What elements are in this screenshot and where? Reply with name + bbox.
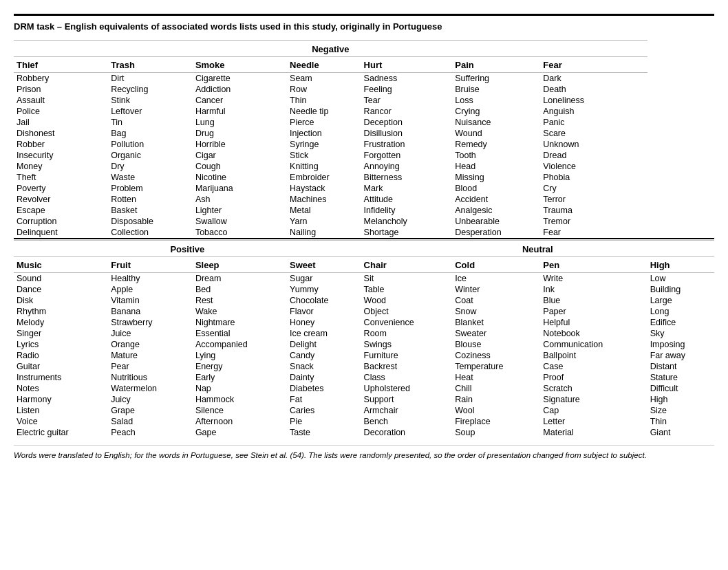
list-item: Accompanied bbox=[193, 339, 287, 350]
list-item: Addiction bbox=[193, 84, 287, 95]
list-item: Nailing bbox=[287, 227, 361, 239]
col-header-high: High bbox=[647, 256, 714, 272]
list-item: Remedy bbox=[452, 139, 540, 150]
list-item: Rotten bbox=[108, 194, 193, 205]
list-item: Room bbox=[361, 328, 453, 339]
list-item: Delight bbox=[287, 339, 361, 350]
list-item: Tear bbox=[361, 95, 453, 106]
list-item: Chocolate bbox=[287, 295, 361, 306]
list-item: Tobacco bbox=[193, 227, 287, 239]
list-item: Support bbox=[361, 394, 453, 405]
list-item: Candy bbox=[287, 350, 361, 361]
list-item: Infidelity bbox=[361, 205, 453, 216]
list-item: Sound bbox=[14, 272, 108, 284]
list-item: Unknown bbox=[540, 139, 647, 150]
list-item: Poverty bbox=[14, 183, 108, 194]
list-item: Blanket bbox=[452, 317, 540, 328]
list-item: Singer bbox=[14, 328, 108, 339]
list-item: Nicotine bbox=[193, 172, 287, 183]
col-header-pain: Pain bbox=[452, 57, 540, 73]
list-item: Fat bbox=[287, 394, 361, 405]
list-item: Prison bbox=[14, 84, 108, 95]
list-item: Giant bbox=[647, 427, 714, 438]
data-table: NegativeThiefTrashSmokeNeedleHurtPainFea… bbox=[14, 40, 714, 438]
list-item: Forgotten bbox=[361, 150, 453, 161]
col-header-pen: Pen bbox=[540, 256, 647, 272]
list-item: Terror bbox=[540, 194, 647, 205]
list-item: Leftover bbox=[108, 106, 193, 117]
list-item: Crying bbox=[452, 106, 540, 117]
list-item: Ice cream bbox=[287, 328, 361, 339]
list-item: Embroider bbox=[287, 172, 361, 183]
list-item: Unbearable bbox=[452, 216, 540, 227]
list-item: Disk bbox=[14, 295, 108, 306]
col-header-needle: Needle bbox=[287, 57, 361, 73]
list-item: Blood bbox=[452, 183, 540, 194]
list-item: Marijuana bbox=[193, 183, 287, 194]
list-item: Helpful bbox=[540, 317, 647, 328]
section-header-positive: Positive bbox=[14, 240, 361, 256]
list-item: Communication bbox=[540, 339, 647, 350]
list-item: Temperature bbox=[452, 361, 540, 372]
list-item: Panic bbox=[540, 117, 647, 128]
list-item: Voice bbox=[14, 416, 108, 427]
list-item: Escape bbox=[14, 205, 108, 216]
main-wrapper: DRM task – English equivalents of associ… bbox=[14, 14, 714, 461]
list-item: Rancor bbox=[361, 106, 453, 117]
list-item: Diabetes bbox=[287, 383, 361, 394]
list-item: Grape bbox=[108, 405, 193, 416]
list-item: Nutritious bbox=[108, 372, 193, 383]
list-item: Imposing bbox=[647, 339, 714, 350]
list-item: Pierce bbox=[287, 117, 361, 128]
list-item: Hammock bbox=[193, 394, 287, 405]
list-item: Strawberry bbox=[108, 317, 193, 328]
list-item: Stick bbox=[287, 150, 361, 161]
list-item: Building bbox=[647, 284, 714, 295]
list-item: Loneliness bbox=[540, 95, 647, 106]
list-item: Shortage bbox=[361, 227, 453, 239]
list-item: Peach bbox=[108, 427, 193, 438]
list-item: Ash bbox=[193, 194, 287, 205]
list-item: Apple bbox=[108, 284, 193, 295]
list-item: Stink bbox=[108, 95, 193, 106]
list-item: Annoying bbox=[361, 161, 453, 172]
list-item: Upholstered bbox=[361, 383, 453, 394]
list-item: Dainty bbox=[287, 372, 361, 383]
col-header-fruit: Fruit bbox=[108, 256, 193, 272]
list-item: Anguish bbox=[540, 106, 647, 117]
list-item: Problem bbox=[108, 183, 193, 194]
list-item: Watermelon bbox=[108, 383, 193, 394]
list-item: Lying bbox=[193, 350, 287, 361]
list-item: Horrible bbox=[193, 139, 287, 150]
list-item: Theft bbox=[14, 172, 108, 183]
list-item: Distant bbox=[647, 361, 714, 372]
list-item: Phobia bbox=[540, 172, 647, 183]
list-item: Needle tip bbox=[287, 106, 361, 117]
list-item: Stature bbox=[647, 372, 714, 383]
list-item: Instruments bbox=[14, 372, 108, 383]
list-item: Knitting bbox=[287, 161, 361, 172]
list-item: Letter bbox=[540, 416, 647, 427]
list-item: Fireplace bbox=[452, 416, 540, 427]
list-item: Disposable bbox=[108, 216, 193, 227]
list-item: Dishonest bbox=[14, 128, 108, 139]
list-item: Bruise bbox=[452, 84, 540, 95]
list-item: Scratch bbox=[540, 383, 647, 394]
col-header-fear: Fear bbox=[540, 57, 647, 73]
list-item: Money bbox=[14, 161, 108, 172]
list-item: Analgesic bbox=[452, 205, 540, 216]
list-item: Silence bbox=[193, 405, 287, 416]
list-item: Waste bbox=[108, 172, 193, 183]
col-header-smoke: Smoke bbox=[193, 57, 287, 73]
list-item: Edifice bbox=[647, 317, 714, 328]
list-item: Coziness bbox=[452, 350, 540, 361]
list-item: Guitar bbox=[14, 361, 108, 372]
list-item: Lung bbox=[193, 117, 287, 128]
list-item: Coat bbox=[452, 295, 540, 306]
list-item: Scare bbox=[540, 128, 647, 139]
list-item: Tremor bbox=[540, 216, 647, 227]
section-header-negative: Negative bbox=[14, 41, 647, 57]
list-item: Police bbox=[14, 106, 108, 117]
list-item: Melody bbox=[14, 317, 108, 328]
list-item: Mark bbox=[361, 183, 453, 194]
